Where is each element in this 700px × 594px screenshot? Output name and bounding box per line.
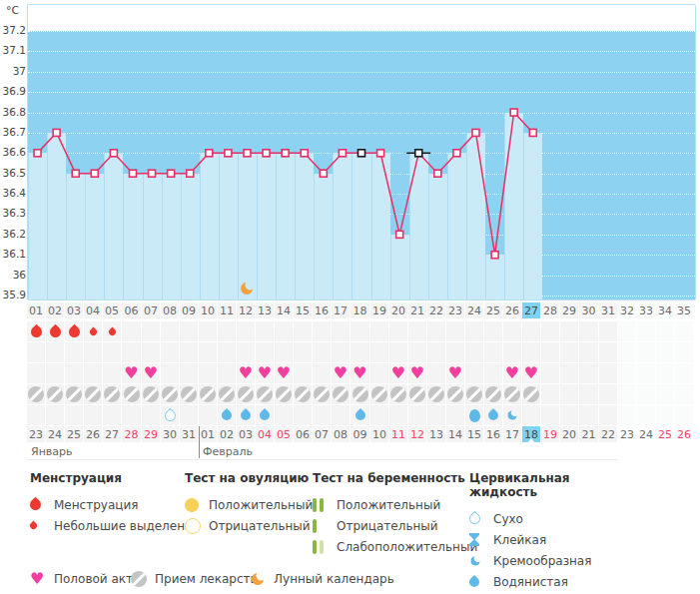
calendar-date-cell[interactable]: 31 — [180, 426, 198, 442]
cycle-day-cell[interactable]: 11 — [218, 302, 236, 318]
calendar-date-cell[interactable]: 07 — [313, 426, 331, 442]
medication-cell[interactable] — [218, 384, 236, 404]
temperature-point-marker[interactable] — [72, 170, 79, 177]
cycle-day-cell[interactable]: 13 — [256, 302, 274, 318]
cycle-day-cell[interactable]: 06 — [122, 302, 141, 318]
ovulation-test-cell[interactable] — [408, 342, 426, 362]
temperature-point-marker[interactable] — [282, 150, 289, 157]
temperature-point-marker[interactable] — [91, 170, 98, 177]
temperature-point-marker[interactable] — [244, 150, 251, 157]
menstruation-cell[interactable] — [579, 321, 598, 341]
temperature-point-marker[interactable] — [358, 150, 365, 157]
menstruation-cell[interactable] — [370, 321, 388, 341]
intercourse-cell[interactable] — [103, 363, 121, 383]
intercourse-cell[interactable]: ♥ — [503, 363, 521, 383]
cycle-day-cell[interactable]: 10 — [199, 302, 217, 318]
calendar-date-cell[interactable]: 04 — [256, 426, 274, 442]
medication-cell[interactable] — [465, 384, 483, 404]
intercourse-cell[interactable] — [218, 363, 236, 383]
ovulation-test-cell[interactable] — [579, 342, 598, 362]
ovulation-test-cell[interactable] — [637, 342, 655, 362]
calendar-date-cell[interactable]: 19 — [541, 426, 559, 442]
intercourse-cell[interactable]: ♥ — [332, 363, 350, 383]
cervical-fluid-cell[interactable] — [541, 405, 559, 425]
calendar-date-cell[interactable]: 17 — [503, 426, 521, 442]
cervical-fluid-cell[interactable] — [180, 405, 198, 425]
medication-cell[interactable] — [599, 384, 617, 404]
temperature-point-marker[interactable] — [301, 150, 308, 157]
medication-cell[interactable] — [637, 384, 655, 404]
ovulation-test-cell[interactable] — [389, 342, 407, 362]
cervical-fluid-cell[interactable] — [503, 405, 521, 425]
intercourse-cell[interactable]: ♥ — [142, 363, 160, 383]
temperature-point-marker[interactable] — [415, 150, 422, 157]
cervical-fluid-cell[interactable] — [579, 405, 598, 425]
ovulation-test-cell[interactable] — [427, 342, 445, 362]
cervical-fluid-cell[interactable] — [218, 405, 236, 425]
ovulation-test-cell[interactable] — [256, 342, 274, 362]
temperature-point-marker[interactable] — [225, 150, 232, 157]
cervical-fluid-cell[interactable] — [256, 405, 274, 425]
cervical-fluid-cell[interactable] — [237, 405, 255, 425]
ovulation-test-cell[interactable] — [46, 342, 64, 362]
intercourse-cell[interactable] — [675, 363, 693, 383]
medication-cell[interactable] — [618, 384, 636, 404]
cycle-day-cell[interactable]: 24 — [465, 302, 483, 318]
medication-cell[interactable] — [180, 384, 198, 404]
ovulation-test-cell[interactable] — [350, 342, 369, 362]
menstruation-cell[interactable] — [541, 321, 559, 341]
medication-cell[interactable] — [427, 384, 445, 404]
menstruation-cell[interactable] — [122, 321, 141, 341]
calendar-date-cell[interactable]: 02 — [218, 426, 236, 442]
intercourse-cell[interactable]: ♥ — [350, 363, 369, 383]
calendar-date-cell[interactable]: 25 — [656, 426, 674, 442]
cycle-day-cell[interactable]: 25 — [484, 302, 502, 318]
ovulation-test-cell[interactable] — [522, 342, 540, 362]
cycle-day-cell[interactable]: 18 — [350, 302, 369, 318]
medication-cell[interactable] — [503, 384, 521, 404]
medication-cell[interactable] — [579, 384, 598, 404]
calendar-date-cell[interactable]: 23 — [618, 426, 636, 442]
cervical-fluid-cell[interactable] — [65, 405, 83, 425]
cervical-fluid-cell[interactable] — [560, 405, 578, 425]
ovulation-test-cell[interactable] — [503, 342, 521, 362]
medication-cell[interactable] — [84, 384, 102, 404]
temperature-point-marker[interactable] — [396, 231, 403, 238]
menstruation-cell[interactable] — [161, 321, 179, 341]
intercourse-cell[interactable] — [199, 363, 217, 383]
medication-cell[interactable] — [142, 384, 160, 404]
ovulation-test-cell[interactable] — [465, 342, 483, 362]
intercourse-cell[interactable] — [637, 363, 655, 383]
medication-cell[interactable] — [256, 384, 274, 404]
cycle-day-cell[interactable]: 27 — [522, 302, 540, 318]
menstruation-cell[interactable] — [103, 321, 121, 341]
cervical-fluid-cell[interactable] — [84, 405, 102, 425]
cycle-day-cell[interactable]: 15 — [294, 302, 312, 318]
cycle-day-cell[interactable]: 16 — [313, 302, 331, 318]
temperature-point-marker[interactable] — [206, 150, 213, 157]
cycle-day-cell[interactable]: 03 — [65, 302, 83, 318]
calendar-date-cell[interactable]: 06 — [294, 426, 312, 442]
cervical-fluid-cell[interactable] — [446, 405, 464, 425]
medication-cell[interactable] — [161, 384, 179, 404]
intercourse-cell[interactable] — [84, 363, 102, 383]
temperature-point-marker[interactable] — [434, 170, 441, 177]
temperature-point-marker[interactable] — [110, 150, 117, 157]
calendar-date-cell[interactable]: 10 — [370, 426, 388, 442]
ovulation-test-cell[interactable] — [656, 342, 674, 362]
intercourse-cell[interactable]: ♥ — [389, 363, 407, 383]
ovulation-test-cell[interactable] — [84, 342, 102, 362]
cervical-fluid-cell[interactable] — [103, 405, 121, 425]
temperature-point-marker[interactable] — [34, 150, 41, 157]
ovulation-test-cell[interactable] — [161, 342, 179, 362]
medication-cell[interactable] — [103, 384, 121, 404]
medication-cell[interactable] — [656, 384, 674, 404]
ovulation-test-cell[interactable] — [446, 342, 464, 362]
medication-cell[interactable] — [122, 384, 141, 404]
ovulation-test-cell[interactable] — [65, 342, 83, 362]
menstruation-cell[interactable] — [446, 321, 464, 341]
calendar-date-cell[interactable]: 22 — [599, 426, 617, 442]
menstruation-cell[interactable] — [218, 321, 236, 341]
intercourse-cell[interactable] — [313, 363, 331, 383]
ovulation-test-cell[interactable] — [560, 342, 578, 362]
